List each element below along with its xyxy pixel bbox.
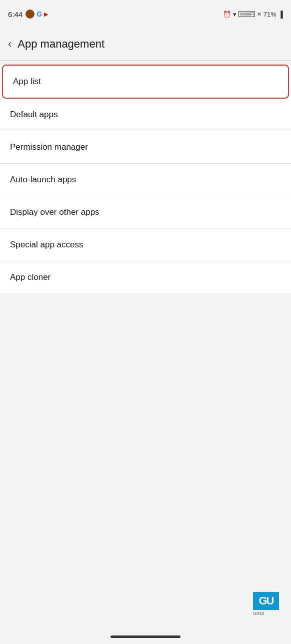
home-indicator [110, 635, 180, 638]
battery-percent: 71% [264, 11, 276, 18]
signal-icon: ✕ [257, 11, 262, 18]
status-time: 6:44 [8, 10, 22, 19]
status-bar: 6:44 G ▶ ⏰ ▾ VoWiFi ✕ 71% ▐ [0, 0, 291, 28]
alarm-icon: ⏰ [223, 11, 231, 18]
youtube-icon: ▶ [44, 11, 48, 18]
status-bar-right: ⏰ ▾ VoWiFi ✕ 71% ▐ [223, 11, 283, 18]
menu-item-display-over-other-apps[interactable]: Display over other apps [0, 196, 291, 229]
vowifi-icon: VoWiFi [238, 11, 255, 18]
page-title: App management [18, 38, 104, 51]
watermark-box: GU [253, 592, 279, 610]
menu-list: App listDefault appsPermission managerAu… [0, 65, 291, 293]
menu-item-app-cloner[interactable]: App cloner [0, 261, 291, 293]
battery-icon: ▐ [278, 11, 283, 18]
status-icons-left: G ▶ [26, 10, 48, 19]
menu-item-default-apps[interactable]: Default apps [0, 99, 291, 131]
wifi-icon: ▾ [233, 11, 236, 18]
menu-item-permission-manager[interactable]: Permission manager [0, 131, 291, 164]
menu-item-auto-launch-apps[interactable]: Auto-launch apps [0, 164, 291, 196]
back-button[interactable]: ‹ [8, 38, 12, 51]
google-icon: G [36, 10, 42, 18]
menu-item-app-list[interactable]: App list [2, 65, 289, 99]
watermark-letters: GU [259, 595, 274, 606]
app-icon-1 [26, 10, 34, 19]
header: ‹ App management [0, 28, 291, 60]
header-divider [0, 60, 291, 61]
status-bar-left: 6:44 G ▶ [8, 10, 48, 19]
watermark-label: GRDI [253, 611, 283, 616]
menu-item-special-app-access[interactable]: Special app access [0, 229, 291, 261]
watermark: GU GRDI [253, 592, 283, 614]
